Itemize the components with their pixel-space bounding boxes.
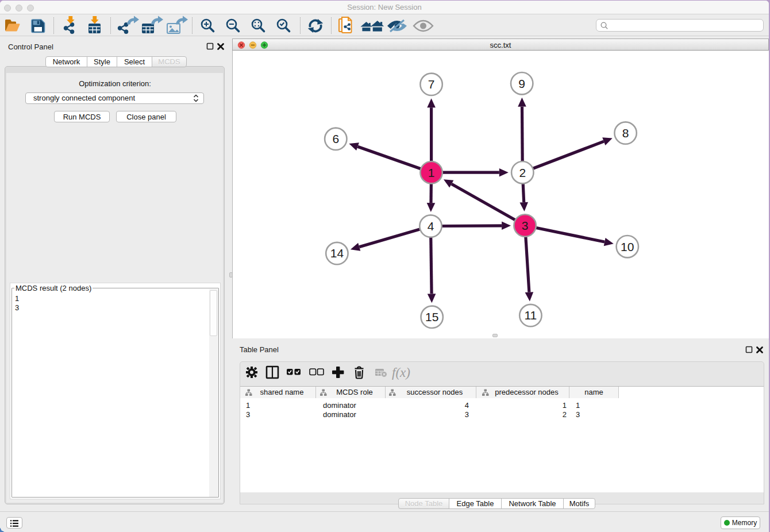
svg-text:8: 8 (622, 126, 629, 140)
svg-text:2: 2 (519, 166, 526, 179)
svg-text:1: 1 (428, 166, 435, 179)
svg-text:11: 11 (524, 309, 537, 322)
svg-text:4: 4 (428, 219, 434, 233)
svg-text:f(x): f(x) (392, 365, 410, 380)
svg-text:3: 3 (522, 219, 529, 232)
svg-text:9: 9 (518, 77, 525, 90)
svg-text:7: 7 (428, 78, 435, 91)
svg-text:10: 10 (621, 240, 634, 253)
svg-text:6: 6 (332, 132, 339, 145)
svg-text:14: 14 (330, 246, 344, 260)
svg-text:15: 15 (425, 310, 438, 323)
